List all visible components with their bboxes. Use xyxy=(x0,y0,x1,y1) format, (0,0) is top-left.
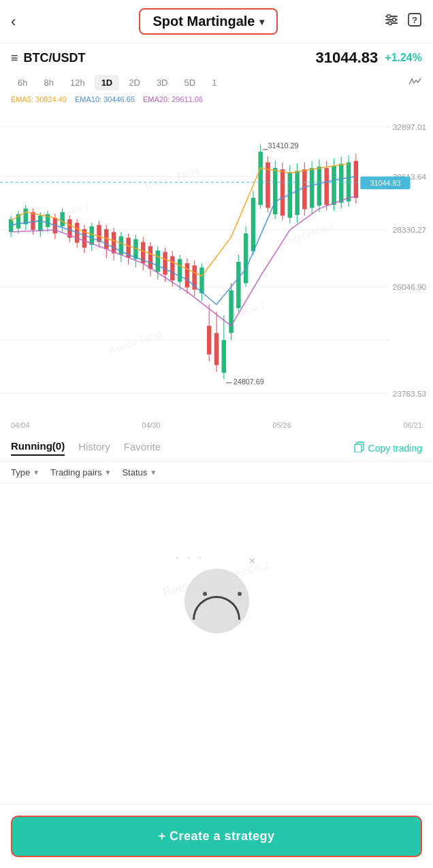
svg-rect-42 xyxy=(90,227,94,245)
svg-rect-108 xyxy=(317,167,321,206)
ticker-right: 31044.83 +1.24% xyxy=(316,49,422,67)
time-selector: 6h 8h 12h 1D 2D 3D 5D 1 xyxy=(0,72,433,93)
ema20-label: EMA20: 29611.06 xyxy=(143,95,203,103)
date-0621: 06/21 xyxy=(403,421,422,429)
svg-rect-110 xyxy=(324,168,328,205)
svg-rect-24 xyxy=(23,209,27,224)
chart-area: 32897.01 28330.27 26046.90 23763.53 3061… xyxy=(0,105,433,418)
svg-text:Reece Zeng: Reece Zeng xyxy=(107,328,163,356)
svg-rect-28 xyxy=(38,216,42,231)
svg-text:Zeng reece.z: Zeng reece.z xyxy=(276,220,336,250)
svg-rect-60 xyxy=(156,250,160,271)
type-filter-label: Type xyxy=(11,467,30,478)
time-btn-6h[interactable]: 6h xyxy=(11,75,34,90)
tab-running[interactable]: Running(0) xyxy=(11,440,65,456)
svg-rect-88 xyxy=(251,198,255,251)
empty-x: × xyxy=(249,555,255,567)
svg-rect-96 xyxy=(273,168,277,214)
tabs-row: Running(0) History Favorite Copy trading xyxy=(0,435,433,462)
svg-text:?: ? xyxy=(412,15,417,25)
svg-text:28330.27: 28330.27 xyxy=(393,225,426,234)
svg-rect-62 xyxy=(163,252,167,274)
time-btn-2d[interactable]: 2D xyxy=(122,75,147,90)
candlestick-chart: 32897.01 28330.27 26046.90 23763.53 3061… xyxy=(0,105,433,418)
price-change: +1.24% xyxy=(385,52,422,64)
wave-icon[interactable] xyxy=(408,76,422,90)
menu-icon[interactable]: ≡ xyxy=(11,51,18,65)
svg-rect-76 xyxy=(214,333,219,365)
copy-trading-label: Copy trading xyxy=(368,443,422,454)
ticker-left: ≡ BTC/USDT xyxy=(11,51,86,65)
svg-rect-98 xyxy=(280,169,285,216)
svg-point-5 xyxy=(388,22,391,25)
svg-text:32897.01: 32897.01 xyxy=(393,122,426,131)
date-bar: 04/04 04/30 05/26 06/21 xyxy=(0,418,433,435)
help-icon[interactable]: ? xyxy=(407,12,422,31)
svg-rect-128 xyxy=(355,444,362,452)
ema10-label: EMA10: 30446.65 xyxy=(75,95,135,103)
svg-rect-112 xyxy=(332,166,336,205)
header-icons: ? xyxy=(384,12,422,31)
bottom-bar: + Create a strategy xyxy=(0,804,433,868)
svg-rect-102 xyxy=(295,171,299,215)
status-filter-arrow: ▼ xyxy=(150,469,157,476)
svg-rect-104 xyxy=(302,169,306,210)
strategy-selector[interactable]: Spot Martingale ▾ xyxy=(139,8,277,35)
date-0430: 04/30 xyxy=(142,421,161,429)
ticker-bar: ≡ BTC/USDT 31044.83 +1.24% xyxy=(0,44,433,72)
svg-point-3 xyxy=(387,15,390,18)
header: ‹ Spot Martingale ▾ ? xyxy=(0,0,433,44)
empty-dots: · · · xyxy=(176,552,204,564)
filters-row: Type ▼ Trading pairs ▼ Status ▼ xyxy=(0,462,433,484)
svg-rect-74 xyxy=(207,326,211,354)
svg-rect-64 xyxy=(170,256,174,281)
current-price: 31044.83 xyxy=(316,49,379,67)
status-filter[interactable]: Status ▼ xyxy=(122,467,157,478)
type-filter[interactable]: Type ▼ xyxy=(11,467,39,478)
copy-trading-button[interactable]: Copy trading xyxy=(354,441,422,454)
back-button[interactable]: ‹ xyxy=(11,13,33,31)
svg-text:23763.53: 23763.53 xyxy=(393,389,426,398)
trading-pairs-filter-label: Trading pairs xyxy=(50,467,101,478)
date-0526: 05/26 xyxy=(272,421,291,429)
time-btn-3d[interactable]: 3D xyxy=(150,75,175,90)
svg-text:31044.83: 31044.83 xyxy=(370,179,400,187)
create-strategy-button[interactable]: + Create a strategy xyxy=(11,816,422,857)
adjust-icon[interactable] xyxy=(384,12,399,31)
time-btn-1[interactable]: 1 xyxy=(205,75,223,90)
svg-rect-66 xyxy=(178,259,182,282)
ema-bar: EMA5: 30824.49 EMA10: 30446.65 EMA20: 29… xyxy=(0,93,433,105)
svg-text:Reece Zeng: Reece Zeng xyxy=(144,164,200,193)
svg-rect-44 xyxy=(97,225,101,242)
empty-illustration: · · · × xyxy=(172,545,261,633)
time-btn-5d[interactable]: 5D xyxy=(178,75,203,90)
svg-text:31410.29: 31410.29 xyxy=(268,141,298,150)
status-filter-label: Status xyxy=(122,467,147,478)
tab-favorite[interactable]: Favorite xyxy=(124,441,161,455)
ema5-label: EMA5: 30824.49 xyxy=(11,95,67,103)
trading-pair: BTC/USDT xyxy=(24,51,86,65)
svg-rect-48 xyxy=(112,232,116,253)
svg-text:26046.90: 26046.90 xyxy=(393,282,427,291)
svg-rect-118 xyxy=(354,161,358,198)
trading-pairs-filter-arrow: ▼ xyxy=(104,469,111,476)
svg-rect-84 xyxy=(236,262,240,308)
empty-dot-left xyxy=(203,592,207,596)
trading-pairs-filter[interactable]: Trading pairs ▼ xyxy=(50,467,111,478)
copy-trading-icon xyxy=(354,441,365,454)
svg-rect-78 xyxy=(222,340,226,373)
svg-rect-116 xyxy=(347,163,351,202)
tab-history[interactable]: History xyxy=(78,441,110,455)
empty-state: · · · × xyxy=(0,484,433,674)
empty-dot-right xyxy=(238,592,242,596)
time-btn-12h[interactable]: 12h xyxy=(63,75,92,90)
time-btn-1d[interactable]: 1D xyxy=(95,75,120,90)
svg-point-4 xyxy=(392,18,396,22)
svg-rect-114 xyxy=(339,164,343,203)
svg-rect-90 xyxy=(258,152,262,205)
svg-text:reece.z: reece.z xyxy=(56,200,91,221)
time-btn-8h[interactable]: 8h xyxy=(37,75,60,90)
strategy-dropdown-arrow: ▾ xyxy=(259,16,264,27)
svg-text:24807.69: 24807.69 xyxy=(234,378,264,386)
svg-rect-86 xyxy=(244,233,248,283)
